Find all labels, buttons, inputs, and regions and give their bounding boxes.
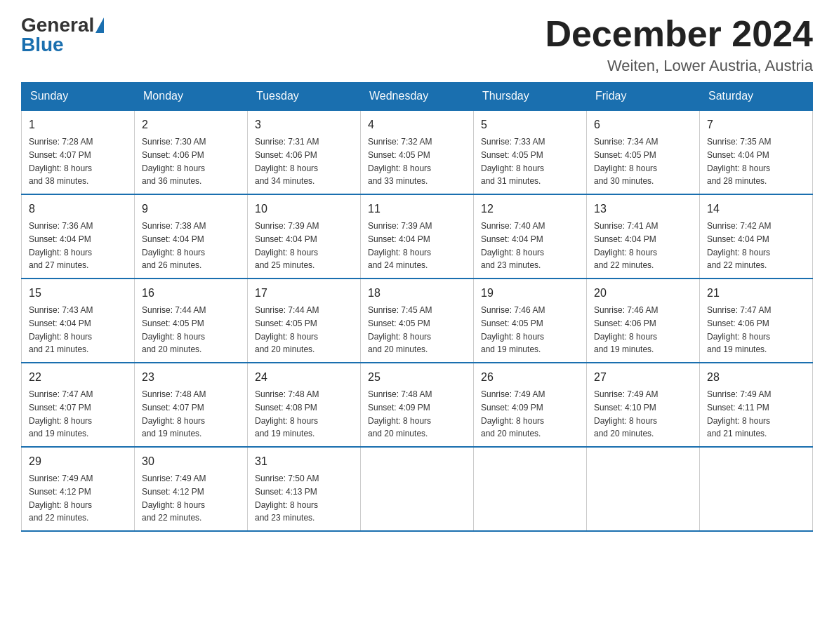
day-number: 24: [255, 369, 353, 386]
calendar-day-cell: 24 Sunrise: 7:48 AMSunset: 4:08 PMDaylig…: [248, 363, 361, 447]
day-number: 2: [142, 116, 240, 133]
calendar-day-cell: 7 Sunrise: 7:35 AMSunset: 4:04 PMDayligh…: [700, 110, 813, 194]
day-number: 27: [594, 369, 692, 386]
calendar-day-cell: [587, 447, 700, 531]
day-info: Sunrise: 7:46 AMSunset: 4:06 PMDaylight:…: [594, 305, 658, 354]
day-info: Sunrise: 7:49 AMSunset: 4:12 PMDaylight:…: [29, 474, 93, 523]
day-info: Sunrise: 7:31 AMSunset: 4:06 PMDaylight:…: [255, 137, 319, 186]
day-info: Sunrise: 7:43 AMSunset: 4:04 PMDaylight:…: [29, 305, 93, 354]
calendar-day-cell: 26 Sunrise: 7:49 AMSunset: 4:09 PMDaylig…: [474, 363, 587, 447]
calendar-day-cell: [700, 447, 813, 531]
day-number: 22: [29, 369, 127, 386]
header-wednesday: Wednesday: [361, 83, 474, 111]
day-info: Sunrise: 7:34 AMSunset: 4:05 PMDaylight:…: [594, 137, 658, 186]
day-info: Sunrise: 7:32 AMSunset: 4:05 PMDaylight:…: [368, 137, 432, 186]
calendar-week-row: 8 Sunrise: 7:36 AMSunset: 4:04 PMDayligh…: [22, 194, 813, 279]
day-number: 13: [594, 201, 692, 217]
day-number: 16: [142, 285, 240, 302]
logo: General Blue: [21, 14, 105, 56]
day-number: 10: [255, 201, 353, 217]
day-info: Sunrise: 7:40 AMSunset: 4:04 PMDaylight:…: [481, 221, 545, 270]
calendar-day-cell: 5 Sunrise: 7:33 AMSunset: 4:05 PMDayligh…: [474, 110, 587, 194]
page-header: General Blue December 2024 Weiten, Lower…: [21, 14, 813, 75]
header-monday: Monday: [135, 83, 248, 111]
day-number: 9: [142, 201, 240, 217]
day-number: 15: [29, 285, 127, 302]
header-saturday: Saturday: [700, 83, 813, 111]
day-number: 17: [255, 285, 353, 302]
day-number: 11: [368, 201, 466, 217]
day-number: 21: [707, 285, 805, 302]
calendar-day-cell: 20 Sunrise: 7:46 AMSunset: 4:06 PMDaylig…: [587, 279, 700, 363]
day-info: Sunrise: 7:39 AMSunset: 4:04 PMDaylight:…: [368, 221, 432, 270]
calendar-week-row: 1 Sunrise: 7:28 AMSunset: 4:07 PMDayligh…: [22, 110, 813, 194]
header-tuesday: Tuesday: [248, 83, 361, 111]
day-number: 20: [594, 285, 692, 302]
day-info: Sunrise: 7:50 AMSunset: 4:13 PMDaylight:…: [255, 474, 319, 523]
day-info: Sunrise: 7:49 AMSunset: 4:10 PMDaylight:…: [594, 389, 658, 438]
calendar-week-row: 15 Sunrise: 7:43 AMSunset: 4:04 PMDaylig…: [22, 279, 813, 363]
header-friday: Friday: [587, 83, 700, 111]
location-title: Weiten, Lower Austria, Austria: [545, 57, 813, 75]
day-info: Sunrise: 7:49 AMSunset: 4:11 PMDaylight:…: [707, 389, 771, 438]
day-number: 3: [255, 116, 353, 133]
calendar-day-cell: 25 Sunrise: 7:48 AMSunset: 4:09 PMDaylig…: [361, 363, 474, 447]
calendar-day-cell: [361, 447, 474, 531]
calendar-day-cell: 28 Sunrise: 7:49 AMSunset: 4:11 PMDaylig…: [700, 363, 813, 447]
day-info: Sunrise: 7:35 AMSunset: 4:04 PMDaylight:…: [707, 137, 771, 186]
day-number: 8: [29, 201, 127, 217]
day-info: Sunrise: 7:49 AMSunset: 4:12 PMDaylight:…: [142, 474, 206, 523]
day-number: 31: [255, 453, 353, 470]
day-number: 6: [594, 116, 692, 133]
day-info: Sunrise: 7:41 AMSunset: 4:04 PMDaylight:…: [594, 221, 658, 270]
day-number: 12: [481, 201, 579, 217]
day-info: Sunrise: 7:38 AMSunset: 4:04 PMDaylight:…: [142, 221, 206, 270]
day-number: 14: [707, 201, 805, 217]
day-info: Sunrise: 7:44 AMSunset: 4:05 PMDaylight:…: [142, 305, 206, 354]
day-info: Sunrise: 7:45 AMSunset: 4:05 PMDaylight:…: [368, 305, 432, 354]
calendar-day-cell: 30 Sunrise: 7:49 AMSunset: 4:12 PMDaylig…: [135, 447, 248, 531]
day-info: Sunrise: 7:28 AMSunset: 4:07 PMDaylight:…: [29, 137, 93, 186]
day-number: 1: [29, 116, 127, 133]
day-number: 19: [481, 285, 579, 302]
calendar-day-cell: 10 Sunrise: 7:39 AMSunset: 4:04 PMDaylig…: [248, 194, 361, 279]
day-number: 7: [707, 116, 805, 133]
day-info: Sunrise: 7:46 AMSunset: 4:05 PMDaylight:…: [481, 305, 545, 354]
calendar-day-cell: 16 Sunrise: 7:44 AMSunset: 4:05 PMDaylig…: [135, 279, 248, 363]
calendar-day-cell: 6 Sunrise: 7:34 AMSunset: 4:05 PMDayligh…: [587, 110, 700, 194]
calendar-day-cell: 3 Sunrise: 7:31 AMSunset: 4:06 PMDayligh…: [248, 110, 361, 194]
calendar-day-cell: 17 Sunrise: 7:44 AMSunset: 4:05 PMDaylig…: [248, 279, 361, 363]
day-info: Sunrise: 7:48 AMSunset: 4:08 PMDaylight:…: [255, 389, 319, 438]
title-section: December 2024 Weiten, Lower Austria, Aus…: [545, 14, 813, 75]
day-info: Sunrise: 7:48 AMSunset: 4:07 PMDaylight:…: [142, 389, 206, 438]
day-number: 5: [481, 116, 579, 133]
calendar-day-cell: 2 Sunrise: 7:30 AMSunset: 4:06 PMDayligh…: [135, 110, 248, 194]
day-info: Sunrise: 7:39 AMSunset: 4:04 PMDaylight:…: [255, 221, 319, 270]
calendar-week-row: 22 Sunrise: 7:47 AMSunset: 4:07 PMDaylig…: [22, 363, 813, 447]
day-number: 23: [142, 369, 240, 386]
day-info: Sunrise: 7:30 AMSunset: 4:06 PMDaylight:…: [142, 137, 206, 186]
header-thursday: Thursday: [474, 83, 587, 111]
weekday-header-row: Sunday Monday Tuesday Wednesday Thursday…: [22, 83, 813, 111]
calendar-day-cell: 9 Sunrise: 7:38 AMSunset: 4:04 PMDayligh…: [135, 194, 248, 279]
day-info: Sunrise: 7:42 AMSunset: 4:04 PMDaylight:…: [707, 221, 771, 270]
header-sunday: Sunday: [22, 83, 135, 111]
day-info: Sunrise: 7:33 AMSunset: 4:05 PMDaylight:…: [481, 137, 545, 186]
calendar-day-cell: 8 Sunrise: 7:36 AMSunset: 4:04 PMDayligh…: [22, 194, 135, 279]
calendar-day-cell: 18 Sunrise: 7:45 AMSunset: 4:05 PMDaylig…: [361, 279, 474, 363]
calendar-day-cell: 27 Sunrise: 7:49 AMSunset: 4:10 PMDaylig…: [587, 363, 700, 447]
calendar-day-cell: 19 Sunrise: 7:46 AMSunset: 4:05 PMDaylig…: [474, 279, 587, 363]
calendar-day-cell: 23 Sunrise: 7:48 AMSunset: 4:07 PMDaylig…: [135, 363, 248, 447]
calendar-day-cell: 4 Sunrise: 7:32 AMSunset: 4:05 PMDayligh…: [361, 110, 474, 194]
logo-blue-text: Blue: [21, 34, 64, 55]
day-number: 4: [368, 116, 466, 133]
calendar-day-cell: [474, 447, 587, 531]
day-info: Sunrise: 7:47 AMSunset: 4:07 PMDaylight:…: [29, 389, 93, 438]
day-info: Sunrise: 7:47 AMSunset: 4:06 PMDaylight:…: [707, 305, 771, 354]
month-title: December 2024: [545, 14, 813, 54]
day-number: 28: [707, 369, 805, 386]
calendar-day-cell: 15 Sunrise: 7:43 AMSunset: 4:04 PMDaylig…: [22, 279, 135, 363]
day-number: 29: [29, 453, 127, 470]
calendar-table: Sunday Monday Tuesday Wednesday Thursday…: [21, 82, 813, 532]
calendar-day-cell: 22 Sunrise: 7:47 AMSunset: 4:07 PMDaylig…: [22, 363, 135, 447]
